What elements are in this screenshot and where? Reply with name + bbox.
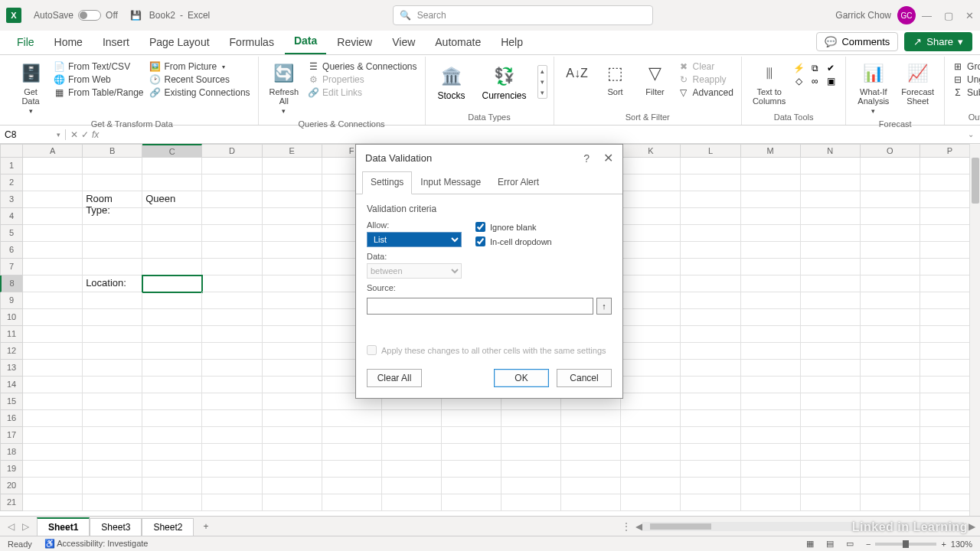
cell[interactable] <box>681 242 740 259</box>
ungroup-button[interactable]: ⊟Ungroup▾ <box>951 73 980 86</box>
cell[interactable] <box>202 343 262 360</box>
cell[interactable] <box>681 292 740 309</box>
cell[interactable]: Queen <box>142 191 202 208</box>
cancel-button[interactable]: Cancel <box>557 369 612 387</box>
cell[interactable] <box>322 461 382 478</box>
allow-select[interactable]: List <box>367 232 462 247</box>
cell[interactable] <box>501 427 561 444</box>
cell[interactable] <box>142 174 202 191</box>
cell[interactable] <box>801 191 861 208</box>
fx-icon[interactable]: fx <box>92 129 99 140</box>
row-header[interactable]: 20 <box>0 478 23 494</box>
user-account[interactable]: Garrick Chow GC <box>835 6 916 24</box>
maximize-icon[interactable]: ▢ <box>944 10 953 21</box>
cell[interactable] <box>621 276 681 292</box>
cell[interactable] <box>83 208 142 225</box>
cell[interactable] <box>861 174 920 191</box>
row-header[interactable]: 16 <box>0 410 23 427</box>
row-header[interactable]: 3 <box>0 191 23 208</box>
row-header[interactable]: 2 <box>0 174 23 191</box>
cell[interactable] <box>202 174 262 191</box>
cell[interactable] <box>801 343 861 360</box>
cell[interactable] <box>263 494 322 511</box>
cell[interactable] <box>741 410 801 427</box>
cell[interactable] <box>801 410 861 427</box>
cell[interactable] <box>621 478 681 494</box>
cell[interactable] <box>23 292 83 309</box>
cell[interactable] <box>142 494 202 511</box>
cell[interactable] <box>681 225 740 242</box>
get-data-button[interactable]: 🗄️ Get Data ▾ <box>12 58 49 118</box>
sheet-tab-sheet1[interactable]: Sheet1 <box>37 517 90 536</box>
cell[interactable] <box>263 326 322 343</box>
cell[interactable] <box>23 377 83 393</box>
cell[interactable] <box>741 158 801 174</box>
cell[interactable] <box>741 494 801 511</box>
row-header[interactable]: 11 <box>0 326 23 343</box>
cell[interactable] <box>142 410 202 427</box>
cell[interactable] <box>741 444 801 461</box>
scroll-thumb[interactable] <box>650 523 711 530</box>
tab-input-message[interactable]: Input Message <box>412 171 489 194</box>
zoom-in-icon[interactable]: + <box>941 540 946 549</box>
sheet-tab-sheet3[interactable]: Sheet3 <box>90 518 142 536</box>
cell[interactable] <box>861 494 920 511</box>
cell[interactable] <box>741 259 801 276</box>
cell[interactable] <box>263 461 322 478</box>
cell[interactable] <box>202 461 262 478</box>
forecast-sheet-button[interactable]: 📈Forecast Sheet <box>897 58 938 109</box>
cell[interactable] <box>322 444 382 461</box>
hscroll-right-icon[interactable]: ▶ <box>969 521 980 532</box>
cell[interactable] <box>621 427 681 444</box>
cell[interactable] <box>741 478 801 494</box>
cell[interactable] <box>83 343 142 360</box>
clear-all-button[interactable]: Clear All <box>367 369 422 387</box>
cell[interactable] <box>801 309 861 326</box>
cell[interactable] <box>23 461 83 478</box>
text-to-columns-button[interactable]: ⫴Text to Columns <box>748 58 790 109</box>
cell[interactable] <box>23 276 83 292</box>
cell[interactable] <box>741 461 801 478</box>
cell[interactable] <box>83 174 142 191</box>
col-header[interactable]: B <box>83 144 142 158</box>
row-header[interactable]: 13 <box>0 360 23 377</box>
cell[interactable] <box>681 427 740 444</box>
row-header[interactable]: 14 <box>0 377 23 393</box>
zoom-out-icon[interactable]: − <box>866 540 871 549</box>
cell[interactable] <box>621 326 681 343</box>
cell[interactable] <box>83 158 142 174</box>
cell[interactable] <box>801 276 861 292</box>
cell[interactable] <box>83 427 142 444</box>
gallery-scroll[interactable]: ▴▾▾ <box>537 65 547 99</box>
tab-view[interactable]: View <box>383 31 424 54</box>
row-header[interactable]: 5 <box>0 225 23 242</box>
zoom-slider[interactable] <box>875 543 936 546</box>
subtotal-button[interactable]: ΣSubtotal <box>951 86 980 99</box>
cell[interactable] <box>202 326 262 343</box>
cell[interactable] <box>681 343 740 360</box>
close-icon[interactable]: ✕ <box>603 151 613 165</box>
select-all-cell[interactable] <box>0 144 23 158</box>
cell[interactable] <box>23 494 83 511</box>
cell[interactable] <box>442 444 501 461</box>
source-input[interactable] <box>367 298 593 315</box>
cell[interactable] <box>681 191 740 208</box>
cell[interactable] <box>202 494 262 511</box>
cell[interactable] <box>861 343 920 360</box>
tab-home[interactable]: Home <box>45 31 92 54</box>
from-table-range[interactable]: ▦From Table/Range <box>52 86 145 99</box>
cell[interactable] <box>561 444 621 461</box>
cell[interactable] <box>741 292 801 309</box>
tab-formulas[interactable]: Formulas <box>220 31 283 54</box>
cell[interactable] <box>801 494 861 511</box>
cell[interactable] <box>442 427 501 444</box>
cell[interactable] <box>23 259 83 276</box>
tab-error-alert[interactable]: Error Alert <box>489 171 547 194</box>
cell[interactable] <box>801 242 861 259</box>
save-icon[interactable]: 💾 <box>130 10 142 21</box>
ok-button[interactable]: OK <box>494 369 549 387</box>
cell[interactable] <box>83 292 142 309</box>
cell[interactable] <box>741 242 801 259</box>
tab-help[interactable]: Help <box>492 31 532 54</box>
sort-asc-button[interactable]: A↓Z <box>560 58 594 89</box>
